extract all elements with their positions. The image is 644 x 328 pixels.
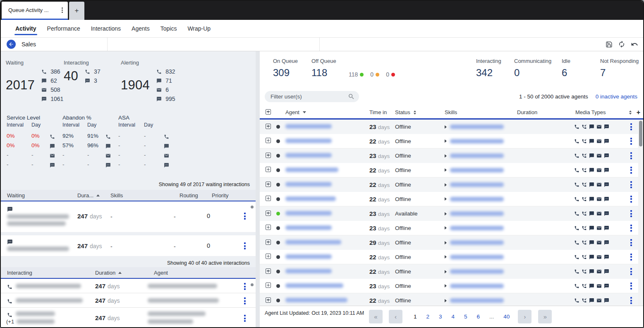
message-icon — [105, 163, 111, 168]
sort-updown-icon[interactable] — [629, 110, 632, 115]
expand-row-icon[interactable] — [266, 268, 271, 274]
last-page-button[interactable]: » — [538, 310, 552, 323]
add-column-icon[interactable] — [637, 109, 640, 116]
expand-skills-icon[interactable] — [445, 125, 447, 129]
row-menu-button[interactable] — [630, 267, 633, 276]
agent-list-scrollbar[interactable] — [638, 120, 643, 308]
sort-updown-icon — [414, 110, 416, 115]
expand-row-icon[interactable] — [266, 297, 271, 303]
col-waiting[interactable]: Waiting — [7, 192, 25, 199]
col-skills[interactable]: Skills — [445, 109, 517, 115]
col-status[interactable]: Status — [395, 109, 445, 115]
row-menu-button[interactable] — [630, 253, 633, 261]
expand-row-icon[interactable] — [266, 138, 271, 143]
tab-wrapup[interactable]: Wrap-Up — [187, 20, 211, 37]
expand-row-icon[interactable] — [266, 196, 271, 201]
prev-page-button[interactable]: ‹ — [389, 310, 402, 323]
scroll-indicator[interactable] — [251, 283, 254, 286]
expand-row-icon[interactable] — [266, 153, 271, 158]
expand-skills-icon[interactable] — [445, 183, 447, 187]
row-menu-button[interactable] — [630, 238, 633, 247]
expand-row-icon[interactable] — [266, 239, 271, 245]
row-menu-button[interactable] — [243, 282, 247, 291]
expand-row-icon[interactable] — [266, 225, 271, 230]
tab-topics[interactable]: Topics — [160, 20, 177, 37]
row-menu-button[interactable] — [243, 314, 247, 323]
inactive-agents-link[interactable]: 0 inactive agents — [596, 93, 637, 100]
scroll-indicator[interactable] — [251, 206, 254, 208]
idle-stat: Idle 6 — [562, 58, 570, 79]
page-40[interactable]: 40 — [503, 314, 510, 320]
back-button[interactable] — [7, 40, 16, 49]
row-menu-button[interactable] — [630, 166, 633, 175]
expand-skills-icon[interactable] — [445, 154, 447, 158]
save-icon[interactable] — [606, 41, 613, 48]
col-duration[interactable]: Dura... — [77, 192, 100, 199]
col-duration[interactable]: Duration — [517, 109, 571, 115]
col-interacting[interactable]: Interacting — [7, 270, 32, 276]
expand-skills-icon[interactable] — [445, 212, 447, 215]
expand-skills-icon[interactable] — [445, 255, 447, 259]
expand-row-icon[interactable] — [266, 211, 271, 216]
expand-row-icon[interactable] — [266, 124, 271, 129]
tab-performance[interactable]: Performance — [47, 20, 80, 37]
filter-users-input[interactable] — [265, 91, 359, 102]
page-5[interactable]: 5 — [464, 314, 467, 320]
expand-skills-icon[interactable] — [445, 226, 447, 230]
tab-interactions[interactable]: Interactions — [91, 20, 121, 37]
row-menu-button[interactable] — [630, 224, 633, 232]
skills-redacted — [450, 298, 504, 303]
expand-row-icon[interactable] — [266, 283, 271, 288]
expand-skills-icon[interactable] — [445, 270, 447, 273]
row-menu-button[interactable] — [630, 180, 633, 189]
expand-skills-icon[interactable] — [445, 168, 447, 172]
row-menu-button[interactable] — [630, 209, 633, 218]
col-priority[interactable]: Priority — [212, 192, 228, 199]
page-3[interactable]: 3 — [439, 314, 442, 320]
callback-icon — [582, 283, 587, 289]
queue-activity-tab[interactable]: Queue Activity ... — [2, 2, 68, 20]
col-time-in[interactable]: Time in — [362, 109, 395, 115]
expand-skills-icon[interactable] — [445, 197, 447, 201]
expand-row-icon[interactable] — [266, 254, 271, 259]
expand-row-icon[interactable] — [266, 167, 271, 172]
col-routing[interactable]: Routing — [180, 192, 198, 199]
row-menu-button[interactable] — [630, 195, 633, 204]
new-tab-button[interactable]: + — [69, 2, 84, 20]
expand-skills-icon[interactable] — [445, 241, 447, 244]
undo-icon[interactable] — [631, 41, 638, 48]
col-agent[interactable]: Agent — [154, 270, 168, 276]
page-2[interactable]: 2 — [426, 314, 430, 320]
row-menu-button[interactable] — [630, 122, 633, 131]
col-media-types[interactable]: Media Types — [571, 109, 618, 115]
col-agent[interactable]: Agent — [285, 109, 362, 115]
row-menu-button[interactable] — [243, 212, 247, 220]
row-menu-button[interactable] — [630, 282, 633, 290]
expand-skills-icon[interactable] — [445, 299, 447, 302]
scrollbar-thumb[interactable] — [639, 121, 642, 146]
expand-row-icon[interactable] — [266, 182, 271, 187]
page-4[interactable]: 4 — [452, 314, 455, 320]
phone-icon — [574, 139, 579, 144]
page-6[interactable]: 6 — [477, 314, 480, 320]
col-duration[interactable]: Duration — [95, 270, 122, 276]
row-menu-button[interactable] — [630, 296, 633, 305]
queue-name: Sales — [22, 41, 36, 48]
tab-menu-icon[interactable] — [60, 6, 65, 14]
first-page-button[interactable]: « — [369, 310, 383, 323]
next-page-button[interactable]: › — [518, 310, 531, 323]
expand-skills-icon[interactable] — [445, 139, 447, 143]
tab-agents[interactable]: Agents — [132, 20, 150, 37]
sync-icon[interactable] — [618, 41, 625, 48]
row-menu-button[interactable] — [243, 297, 247, 305]
row-menu-button[interactable] — [630, 151, 633, 160]
col-skills[interactable]: Skills — [110, 192, 123, 199]
row-menu-button[interactable] — [630, 137, 633, 146]
skills-redacted — [450, 211, 504, 216]
expand-skills-icon[interactable] — [445, 284, 447, 287]
interaction-id-redacted — [7, 214, 69, 219]
expand-all-icon[interactable] — [266, 109, 271, 115]
row-menu-button[interactable] — [243, 242, 247, 250]
tab-activity[interactable]: Activity — [15, 20, 36, 37]
page-1[interactable]: 1 — [414, 314, 417, 320]
